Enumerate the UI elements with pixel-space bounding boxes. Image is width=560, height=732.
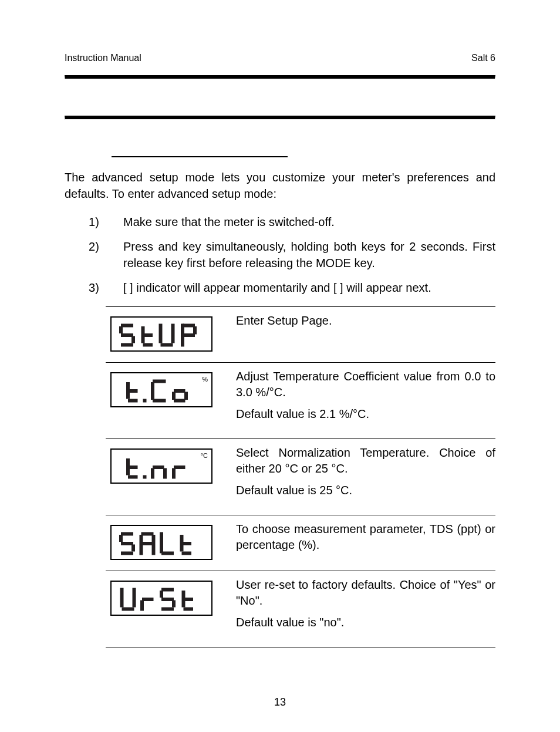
seven-seg-icon xyxy=(117,376,205,406)
svg-rect-4 xyxy=(121,343,133,347)
svg-rect-2 xyxy=(121,333,133,337)
desc-cell: Adjust Temperature Coefficient value fro… xyxy=(236,369,495,428)
svg-rect-6 xyxy=(143,333,153,337)
svg-rect-19 xyxy=(153,380,166,383)
svg-rect-45 xyxy=(161,552,174,555)
desc-text: Adjust Temperature Coefficient value fro… xyxy=(236,369,495,400)
step-item: Make sure that the meter is switched-off… xyxy=(106,214,495,230)
svg-rect-23 xyxy=(172,392,176,400)
svg-rect-55 xyxy=(160,591,163,598)
lcd-unit: % xyxy=(202,376,208,383)
desc-cell: Enter Setup Page. xyxy=(236,313,495,335)
table-row: Enter Setup Page. xyxy=(106,306,495,362)
svg-rect-29 xyxy=(143,475,147,479)
seven-seg-icon xyxy=(117,585,205,614)
rule-top xyxy=(65,75,495,79)
seven-seg-icon xyxy=(117,529,205,558)
desc-text: Default value is 25 °C. xyxy=(236,483,495,498)
lcd-cell xyxy=(106,577,217,616)
step-item: Press and key simultaneously, holding bo… xyxy=(106,238,495,271)
table-row: User re-set to factory defaults. Choice … xyxy=(106,571,495,647)
svg-rect-20 xyxy=(151,382,154,400)
svg-rect-47 xyxy=(182,542,192,545)
header-left: Instruction Manual xyxy=(65,53,141,63)
svg-rect-32 xyxy=(163,468,167,479)
lcd-cell xyxy=(106,521,217,560)
desc-text: User re-set to factory defaults. Choice … xyxy=(236,577,495,609)
lcd-unit: °C xyxy=(201,452,208,459)
svg-rect-18 xyxy=(143,399,147,403)
desc-text: To choose measurement parameter, TDS (pp… xyxy=(236,521,495,553)
steps-list: Make sure that the meter is switched-off… xyxy=(65,214,495,296)
svg-rect-7 xyxy=(143,343,153,347)
svg-rect-43 xyxy=(141,542,154,545)
svg-rect-1 xyxy=(119,326,123,333)
setup-table: Enter Setup Page. % xyxy=(106,306,495,647)
desc-cell: To choose measurement parameter, TDS (pp… xyxy=(236,521,495,559)
page-header: Instruction Manual Salt 6 xyxy=(65,53,495,63)
svg-rect-31 xyxy=(151,468,154,479)
lcd-display-urst xyxy=(110,581,212,616)
svg-rect-25 xyxy=(174,399,185,403)
desc-text: Enter Setup Page. xyxy=(236,313,495,329)
step-item: [ ] indicator will appear momentarily an… xyxy=(106,279,495,296)
svg-rect-54 xyxy=(161,588,174,592)
section-underline xyxy=(112,156,288,157)
svg-rect-14 xyxy=(183,333,195,337)
svg-rect-36 xyxy=(119,535,123,542)
desc-cell: Select Normalization Temperature. Choice… xyxy=(236,445,495,504)
lcd-cell: °C xyxy=(106,445,217,484)
svg-rect-49 xyxy=(120,588,124,608)
desc-text: Default value is "no". xyxy=(236,615,495,630)
svg-rect-34 xyxy=(172,468,176,479)
svg-rect-51 xyxy=(122,608,134,611)
desc-cell: User re-set to factory defaults. Choice … xyxy=(236,577,495,636)
desc-text: Default value is 2.1 %/°C. xyxy=(236,406,495,422)
svg-rect-58 xyxy=(161,608,174,611)
lcd-display-salt xyxy=(110,525,212,560)
svg-rect-61 xyxy=(184,608,194,611)
lcd-display-stup xyxy=(110,316,212,352)
svg-rect-37 xyxy=(121,542,133,545)
svg-rect-10 xyxy=(161,343,173,347)
lcd-display-tnr: °C xyxy=(110,448,212,484)
svg-rect-38 xyxy=(131,545,135,552)
rule-second xyxy=(65,116,495,120)
svg-rect-21 xyxy=(153,399,166,403)
svg-rect-53 xyxy=(140,601,144,611)
svg-rect-3 xyxy=(131,336,135,343)
svg-rect-40 xyxy=(141,532,154,536)
svg-rect-39 xyxy=(121,552,133,555)
page-number: 13 xyxy=(0,696,560,709)
svg-rect-13 xyxy=(193,326,197,335)
seven-seg-icon xyxy=(117,321,205,350)
svg-rect-16 xyxy=(128,389,138,393)
svg-rect-56 xyxy=(161,598,174,601)
svg-rect-28 xyxy=(128,475,138,479)
lcd-cell: % xyxy=(106,369,217,407)
svg-rect-17 xyxy=(128,399,138,403)
svg-rect-50 xyxy=(133,588,136,608)
svg-rect-8 xyxy=(159,324,163,343)
svg-rect-24 xyxy=(184,392,188,400)
table-row: % xyxy=(106,362,495,438)
svg-rect-60 xyxy=(184,598,194,601)
svg-rect-0 xyxy=(121,324,133,328)
svg-rect-9 xyxy=(171,324,175,343)
svg-rect-44 xyxy=(160,532,163,554)
table-row: To choose measurement parameter, TDS (pp… xyxy=(106,515,495,571)
svg-rect-12 xyxy=(183,324,195,328)
header-right: Salt 6 xyxy=(471,53,495,63)
table-row: °C xyxy=(106,438,495,515)
svg-rect-27 xyxy=(128,465,138,469)
svg-rect-57 xyxy=(172,601,176,608)
svg-rect-48 xyxy=(182,552,192,555)
seven-seg-icon xyxy=(117,453,205,482)
svg-rect-35 xyxy=(121,532,133,536)
desc-text: Select Normalization Temperature. Choice… xyxy=(236,445,495,477)
intro-text: The advanced setup mode lets you customi… xyxy=(65,169,495,202)
lcd-display-tco: % xyxy=(110,372,212,407)
page: Instruction Manual Salt 6 The advanced s… xyxy=(0,0,560,732)
lcd-cell xyxy=(106,313,217,352)
